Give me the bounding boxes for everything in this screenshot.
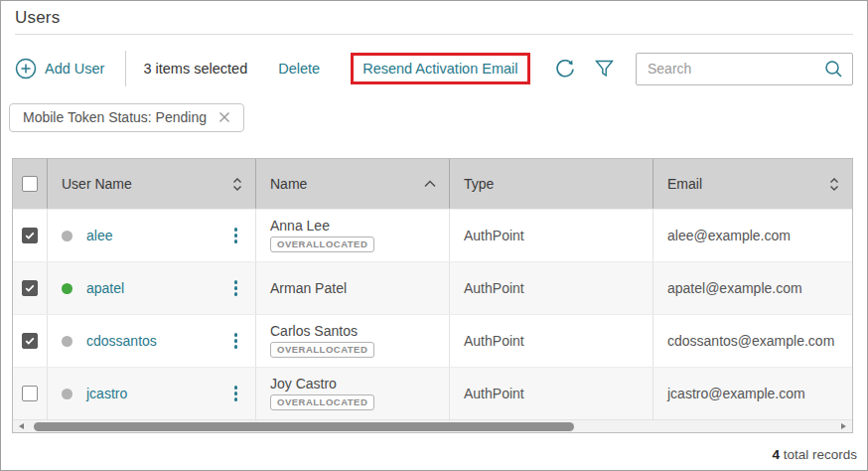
row-menu-kebab-icon[interactable] (226, 380, 246, 407)
table-row: cdossantos Carlos Santos OVERALLOCATED A… (13, 314, 852, 367)
filter-chip-remove-button[interactable] (217, 110, 231, 124)
add-user-label: Add User (45, 61, 104, 77)
table-row: apatel Arman Patel AuthPoint apatel@exam… (13, 261, 852, 314)
selection-count: 3 items selected (143, 61, 247, 77)
select-all-checkbox[interactable] (22, 176, 38, 192)
x-close-icon (217, 110, 231, 124)
refresh-button[interactable] (553, 57, 577, 80)
horizontal-scrollbar[interactable] (13, 419, 852, 432)
sort-both-icon (231, 176, 243, 193)
status-dot-gray-icon (62, 231, 72, 241)
record-count: 4 total records (772, 447, 857, 462)
row-checkbox[interactable] (22, 333, 38, 349)
full-name: Arman Patel (270, 281, 347, 296)
scrollbar-thumb[interactable] (34, 422, 574, 431)
table-row: alee Anna Lee OVERALLOCATED AuthPoint al… (13, 209, 852, 261)
header-email[interactable]: Email (653, 159, 852, 209)
email-cell: alee@example.com (653, 210, 852, 261)
full-name: Anna Lee (270, 219, 330, 234)
type-cell: AuthPoint (450, 210, 653, 261)
page-title: Users (15, 8, 853, 28)
filter-chip-label: Mobile Token Status: Pending (23, 109, 207, 125)
overallocated-badge: OVERALLOCATED (270, 236, 374, 252)
refresh-icon (553, 57, 577, 80)
title-divider (15, 34, 853, 35)
header-name[interactable]: Name (256, 159, 450, 209)
row-checkbox[interactable] (22, 386, 38, 401)
sort-both-icon (828, 176, 840, 193)
scroll-right-arrow-icon[interactable] (841, 423, 846, 429)
row-checkbox[interactable] (22, 280, 38, 296)
resend-activation-highlight-box: Resend Activation Email (351, 53, 529, 84)
full-name: Joy Castro (270, 377, 337, 392)
row-menu-kebab-icon[interactable] (226, 274, 246, 302)
filter-chip: Mobile Token Status: Pending (9, 103, 244, 132)
record-count-number: 4 (772, 447, 780, 462)
overallocated-badge: OVERALLOCATED (270, 342, 374, 358)
search-input[interactable] (648, 61, 824, 77)
status-dot-gray-icon (62, 336, 72, 347)
email-cell: apatel@example.com (653, 262, 852, 314)
search-icon[interactable] (824, 60, 843, 78)
status-dot-green-icon (62, 283, 72, 294)
scroll-left-arrow-icon[interactable] (19, 423, 24, 429)
users-table: User Name Name Type Email (12, 158, 853, 433)
table-header-row: User Name Name Type Email (13, 159, 852, 209)
sort-asc-icon (423, 180, 437, 188)
filter-funnel-icon (594, 59, 615, 78)
email-cell: cdossantos@example.com (653, 315, 852, 367)
status-dot-gray-icon (62, 389, 72, 399)
username-link[interactable]: jcastro (86, 386, 127, 401)
username-link[interactable]: cdossantos (86, 333, 157, 349)
overallocated-badge: OVERALLOCATED (270, 394, 374, 410)
search-box (636, 53, 853, 85)
header-select-all-cell (13, 159, 48, 209)
row-menu-kebab-icon[interactable] (226, 222, 246, 249)
header-type[interactable]: Type (450, 159, 653, 209)
filter-chip-row: Mobile Token Status: Pending (9, 102, 853, 132)
header-user-name[interactable]: User Name (48, 159, 256, 209)
email-cell: jcastro@example.com (653, 368, 852, 419)
delete-button[interactable]: Delete (278, 61, 320, 77)
type-cell: AuthPoint (450, 368, 653, 419)
toolbar: Add User 3 items selected Delete Resend … (15, 50, 853, 87)
full-name: Carlos Santos (270, 324, 358, 339)
filter-button[interactable] (594, 59, 615, 78)
type-cell: AuthPoint (450, 315, 653, 367)
row-menu-kebab-icon[interactable] (226, 327, 246, 355)
plus-circle-icon (15, 58, 37, 79)
resend-activation-email-button[interactable]: Resend Activation Email (362, 61, 517, 77)
username-link[interactable]: apatel (86, 280, 124, 296)
record-count-label: total records (780, 447, 857, 462)
type-cell: AuthPoint (450, 262, 653, 314)
title-bar: Users (1, 1, 867, 35)
row-checkbox[interactable] (22, 228, 38, 243)
table-row: jcastro Joy Castro OVERALLOCATED AuthPoi… (13, 367, 852, 419)
username-link[interactable]: alee (86, 228, 112, 243)
add-user-button[interactable]: Add User (15, 58, 104, 79)
toolbar-divider (125, 51, 126, 86)
